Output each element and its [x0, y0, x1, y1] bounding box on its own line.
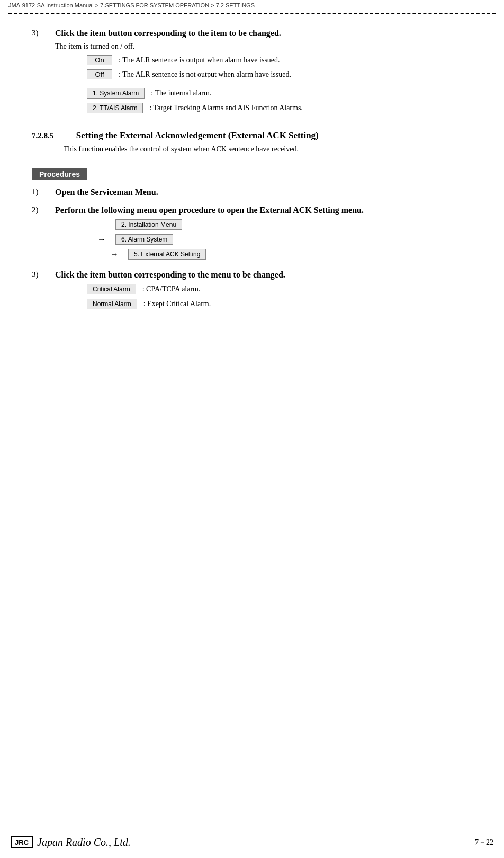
jrc-label: JRC: [11, 836, 33, 848]
step-number: 3): [32, 29, 53, 38]
menu-tree: 2. Installation Menu → 6. Alarm System →…: [97, 219, 472, 260]
system-alarm-button[interactable]: 1. System Alarm: [87, 88, 145, 99]
step-1-title: Open the Serviceman Menu.: [55, 187, 472, 197]
normal-alarm-row: Normal Alarm : Exept Critical Alarm.: [87, 299, 472, 309]
step-3b: 3) Click the item button corresponding t…: [32, 270, 472, 314]
off-row: Off : The ALR sentence is not output whe…: [87, 69, 472, 79]
normal-alarm-description: : Exept Critical Alarm.: [143, 300, 211, 308]
arrow-icon-2: →: [110, 249, 123, 259]
menu-tree-row-1: 2. Installation Menu: [97, 219, 472, 230]
ttais-alarm-button[interactable]: 2. TT/AIS Alarm: [87, 103, 143, 113]
critical-alarm-row: Critical Alarm : CPA/TCPA alarm.: [87, 284, 472, 294]
critical-alarm-description: : CPA/TCPA alarm.: [142, 285, 201, 293]
off-button-wrap: Off: [87, 69, 112, 79]
ttais-alarm-row: 2. TT/AIS Alarm : Target Tracking Alarms…: [87, 103, 472, 113]
on-button-wrap: On: [87, 55, 112, 65]
footer-logo: JRC Japan Radio Co., Ltd.: [11, 836, 131, 848]
ttais-alarm-description: : Target Tracking Alarms and AIS Functio…: [149, 104, 302, 112]
menu-tree-row-3: → 5. External ACK Setting: [97, 249, 472, 260]
step-2-number: 2): [32, 205, 53, 215]
arrow-icon-1: →: [97, 235, 110, 244]
step-3: 3) Click the item button corresponding t…: [32, 29, 472, 118]
on-row: On : The ALR sentence is output when ala…: [87, 55, 472, 65]
step-3-title: Click the item button corresponding to t…: [55, 29, 472, 38]
ttais-alarm-button-wrap: 2. TT/AIS Alarm: [87, 103, 143, 113]
on-description: : The ALR sentence is output when alarm …: [119, 56, 280, 65]
page-number: 7－22: [475, 838, 493, 847]
step-1: 1) Open the Serviceman Menu.: [32, 187, 472, 197]
installation-menu-button[interactable]: 2. Installation Menu: [115, 219, 182, 230]
system-alarm-row: 1. System Alarm : The internal alarm.: [87, 88, 472, 99]
critical-alarm-button[interactable]: Critical Alarm: [87, 284, 136, 294]
section-title: Setting the External Acknowledgement (Ex…: [76, 130, 319, 140]
step-3b-number: 3): [32, 270, 53, 279]
section-number: 7.2.8.5: [32, 131, 74, 140]
step-3-desc: The item is turned on / off.: [55, 42, 472, 51]
critical-alarm-button-wrap: Critical Alarm: [87, 284, 136, 294]
off-description: : The ALR sentence is not output when al…: [119, 70, 291, 79]
step-2: 2) Perform the following menu open proce…: [32, 205, 472, 266]
section-description: This function enables the control of sys…: [64, 145, 472, 154]
normal-alarm-button-wrap: Normal Alarm: [87, 299, 137, 309]
step-1-number: 1): [32, 187, 53, 196]
system-alarm-button-wrap: 1. System Alarm: [87, 88, 145, 99]
external-ack-setting-button[interactable]: 5. External ACK Setting: [128, 249, 206, 260]
off-button[interactable]: Off: [87, 69, 112, 79]
normal-alarm-button[interactable]: Normal Alarm: [87, 299, 137, 309]
menu-tree-row-2: → 6. Alarm System: [97, 234, 472, 245]
company-name: Japan Radio Co., Ltd.: [37, 836, 131, 848]
step-3b-title: Click the item button corresponding to t…: [55, 270, 472, 280]
section-heading: 7.2.8.5 Setting the External Acknowledge…: [32, 130, 472, 141]
step-2-title: Perform the following menu open procedur…: [55, 205, 472, 215]
procedures-badge: Procedures: [32, 168, 87, 180]
alarm-system-button[interactable]: 6. Alarm System: [115, 234, 173, 245]
on-button[interactable]: On: [87, 55, 112, 65]
footer: JRC Japan Radio Co., Ltd. 7－22: [0, 836, 504, 848]
breadcrumb: JMA-9172-SA Instruction Manual > 7.SETTI…: [0, 0, 504, 11]
system-alarm-description: : The internal alarm.: [151, 89, 211, 97]
